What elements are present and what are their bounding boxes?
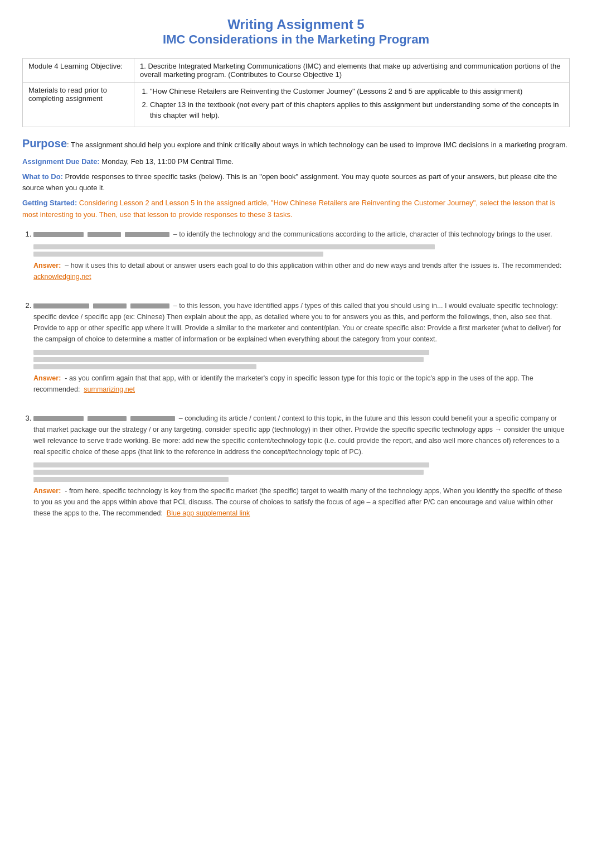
objective-text: 1. Describe Integrated Marketing Communi…: [140, 62, 560, 79]
task-3-line-1: [33, 462, 429, 467]
materials-label-line2: completing assignment: [28, 94, 103, 103]
title-line1: Writing Assignment 5: [22, 17, 570, 32]
page-header: Writing Assignment 5 IMC Considerations …: [22, 17, 570, 47]
task-2-line-2: [33, 357, 424, 362]
task-3-main: – concluding its article / content / con…: [33, 413, 570, 482]
task-item-3: – concluding its article / content / con…: [33, 413, 570, 519]
task-2-intro-r2: [93, 303, 127, 308]
task-2-answer-link: summarizing.net: [84, 385, 135, 393]
purpose-text: : The assignment should help you explore…: [67, 141, 567, 149]
task-item-1: – to identify the technology and the com…: [33, 229, 570, 290]
task-1-answer-link: acknowledging.net: [33, 273, 91, 281]
task-item-2: – to this lesson, you have identified ap…: [33, 300, 570, 403]
task-3-answer-text-1: - from here, specific technology is key …: [33, 487, 562, 517]
info-table: Module 4 Learning Objective: 1. Describe…: [22, 58, 570, 127]
purpose-label: Purpose: [22, 137, 67, 150]
materials-list: "How Chinese Retailers are Reinventing t…: [150, 86, 564, 121]
task-1-intro-text: – to identify the technology and the com…: [173, 230, 552, 238]
task-2-line-3: [33, 364, 256, 369]
task-1-main: – to identify the technology and the com…: [33, 229, 570, 257]
task-1-answer-text: – how it uses this to detail about or an…: [65, 262, 561, 269]
materials-item-1: "How Chinese Retailers are Reinventing t…: [150, 86, 564, 97]
getting-started-section: Getting Started: Considering Lesson 2 an…: [22, 197, 570, 221]
objective-content: 1. Describe Integrated Marketing Communi…: [134, 59, 570, 83]
getting-started-text: Considering Lesson 2 and Lesson 5 in the…: [22, 199, 555, 219]
due-date-section: Assignment Due Date: Monday, Feb 13, 11:…: [22, 156, 570, 167]
task-1-line-1: [33, 244, 435, 249]
task-3-intro-r2: [88, 416, 127, 421]
due-date-text: Monday, Feb 13, 11:00 PM Central Time.: [100, 157, 234, 166]
title-line2: IMC Considerations in the Marketing Prog…: [22, 32, 570, 47]
task-3-answer-link: Blue app supplemental link: [167, 509, 250, 517]
task-1-intro-redacted: [33, 232, 84, 237]
task-2-answer-label: Answer:: [33, 374, 61, 382]
due-date-label: Assignment Due Date:: [22, 157, 100, 166]
task-3-line-2: [33, 470, 424, 475]
task-1-line-2: [33, 252, 323, 257]
task-3-answer: Answer: - from here, specific technology…: [33, 485, 570, 519]
task-2-line-1: [33, 350, 429, 355]
task-3-line-3: [33, 477, 229, 482]
task-1-answer: Answer: – how it uses this to detail abo…: [33, 260, 570, 282]
task-2-answer: Answer: - as you confirm again that that…: [33, 373, 570, 395]
materials-content: "How Chinese Retailers are Reinventing t…: [134, 83, 570, 127]
purpose-section: Purpose: The assignment should help you …: [22, 135, 570, 152]
task-1-answer-label: Answer:: [33, 262, 61, 269]
materials-item-2: Chapter 13 in the textbook (not every pa…: [150, 99, 564, 121]
task-list: – to identify the technology and the com…: [33, 229, 570, 519]
task-3-intro-r1: [33, 416, 84, 421]
task-3-answer-label: Answer:: [33, 487, 61, 495]
task-3-intro-r3: [130, 416, 175, 421]
table-row-materials: Materials to read prior to completing as…: [23, 83, 570, 127]
materials-label-line1: Materials to read prior to: [28, 86, 107, 94]
what-to-do-section: What to Do: Provide responses to three s…: [22, 171, 570, 193]
task-1-intro-r2: [88, 232, 121, 237]
task-2-main: – to this lesson, you have identified ap…: [33, 300, 570, 369]
getting-started-label: Getting Started:: [22, 199, 77, 207]
task-1-intro-r3: [125, 232, 169, 237]
objective-label: Module 4 Learning Objective:: [23, 59, 134, 83]
what-to-do-text: Provide responses to three specific task…: [22, 172, 557, 192]
materials-label: Materials to read prior to completing as…: [23, 83, 134, 127]
table-row-objective: Module 4 Learning Objective: 1. Describe…: [23, 59, 570, 83]
task-2-intro-r1: [33, 303, 89, 308]
task-2-intro-r3: [130, 303, 169, 308]
what-to-do-label: What to Do:: [22, 172, 63, 181]
